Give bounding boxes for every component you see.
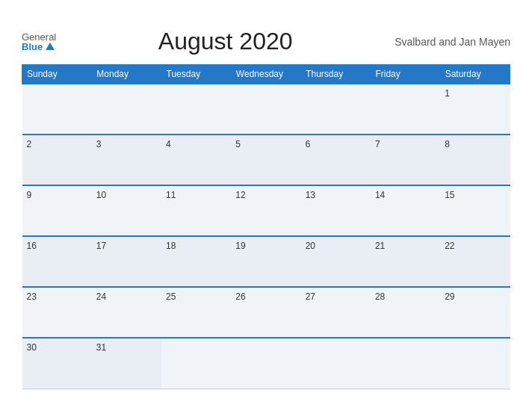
day-cell: 22 <box>440 236 510 287</box>
day-number: 13 <box>306 190 315 200</box>
day-cell: 10 <box>92 185 161 236</box>
logo-triangle-icon <box>46 43 55 50</box>
day-cell: 13 <box>301 185 371 236</box>
day-cell: 7 <box>371 135 440 185</box>
day-cell: 24 <box>92 287 161 338</box>
day-cell <box>301 338 371 389</box>
day-cell: 16 <box>22 236 92 287</box>
day-number: 10 <box>96 190 106 200</box>
day-number: 26 <box>235 291 245 302</box>
day-cell: 8 <box>440 135 510 185</box>
day-header-row: Sunday Monday Tuesday Wednesday Thursday… <box>22 65 510 84</box>
day-number: 20 <box>306 241 315 251</box>
day-number: 6 <box>306 139 311 149</box>
logo-general-text: General <box>22 32 56 42</box>
day-number: 12 <box>235 190 245 200</box>
day-cell: 3 <box>92 135 161 185</box>
day-cell: 9 <box>22 185 92 236</box>
day-cell <box>301 84 371 135</box>
calendar-table: Sunday Monday Tuesday Wednesday Thursday… <box>22 64 510 389</box>
day-cell: 20 <box>301 236 371 287</box>
week-row-3: 9101112131415 <box>22 185 510 236</box>
day-number: 22 <box>445 241 454 251</box>
day-cell: 6 <box>301 135 371 185</box>
day-number: 3 <box>96 139 102 149</box>
day-cell: 23 <box>22 287 92 338</box>
col-friday: Friday <box>371 65 440 84</box>
day-cell: 4 <box>161 135 231 185</box>
logo: General Blue <box>22 32 56 52</box>
day-cell: 19 <box>231 236 300 287</box>
day-cell: 1 <box>440 84 510 135</box>
day-number: 2 <box>27 139 32 149</box>
day-cell: 14 <box>371 185 440 236</box>
day-cell <box>161 84 231 135</box>
day-cell <box>231 84 300 135</box>
day-cell <box>22 84 92 135</box>
col-wednesday: Wednesday <box>231 65 300 84</box>
day-number: 5 <box>235 139 241 149</box>
logo-blue-text: Blue <box>22 42 55 52</box>
day-cell: 28 <box>371 287 440 338</box>
day-number: 4 <box>166 139 171 149</box>
day-cell: 12 <box>231 185 300 236</box>
day-number: 7 <box>375 139 380 149</box>
week-row-6: 3031 <box>22 338 510 389</box>
day-number: 25 <box>166 291 176 302</box>
day-number: 27 <box>306 291 315 302</box>
day-number: 11 <box>166 190 176 200</box>
day-cell: 5 <box>231 135 300 185</box>
day-cell: 11 <box>161 185 231 236</box>
day-number: 16 <box>27 241 37 251</box>
day-number: 14 <box>375 190 385 200</box>
col-saturday: Saturday <box>440 65 510 84</box>
day-cell: 27 <box>301 287 371 338</box>
day-cell <box>371 84 440 135</box>
day-cell: 30 <box>22 338 92 389</box>
calendar-title: August 2020 <box>56 28 395 55</box>
week-row-5: 23242526272829 <box>22 287 510 338</box>
day-cell: 26 <box>231 287 300 338</box>
day-number: 30 <box>27 342 37 353</box>
calendar-header: General Blue August 2020 Svalbard and Ja… <box>22 28 510 55</box>
day-cell: 25 <box>161 287 231 338</box>
calendar-container: General Blue August 2020 Svalbard and Ja… <box>8 14 524 397</box>
day-cell <box>92 84 161 135</box>
col-tuesday: Tuesday <box>161 65 231 84</box>
region-name: Svalbard and Jan Mayen <box>395 36 510 48</box>
day-cell: 31 <box>92 338 161 389</box>
day-cell: 18 <box>161 236 231 287</box>
col-monday: Monday <box>92 65 161 84</box>
day-number: 21 <box>375 241 385 251</box>
day-number: 28 <box>375 291 385 302</box>
day-cell: 17 <box>92 236 161 287</box>
week-row-2: 2345678 <box>22 135 510 185</box>
day-cell: 29 <box>440 287 510 338</box>
day-number: 9 <box>27 190 32 200</box>
day-cell <box>371 338 440 389</box>
day-number: 17 <box>96 241 106 251</box>
day-cell <box>161 338 231 389</box>
day-cell: 15 <box>440 185 510 236</box>
day-number: 8 <box>445 139 450 149</box>
day-number: 19 <box>235 241 245 251</box>
day-number: 15 <box>445 190 454 200</box>
day-cell <box>231 338 300 389</box>
day-cell: 21 <box>371 236 440 287</box>
col-thursday: Thursday <box>301 65 371 84</box>
day-number: 31 <box>96 342 106 353</box>
day-number: 29 <box>445 291 454 302</box>
day-number: 1 <box>445 88 450 99</box>
week-row-1: 1 <box>22 84 510 135</box>
col-sunday: Sunday <box>22 65 92 84</box>
day-cell: 2 <box>22 135 92 185</box>
day-number: 18 <box>166 241 176 251</box>
day-number: 24 <box>96 291 106 302</box>
week-row-4: 16171819202122 <box>22 236 510 287</box>
day-number: 23 <box>27 291 37 302</box>
day-cell <box>440 338 510 389</box>
